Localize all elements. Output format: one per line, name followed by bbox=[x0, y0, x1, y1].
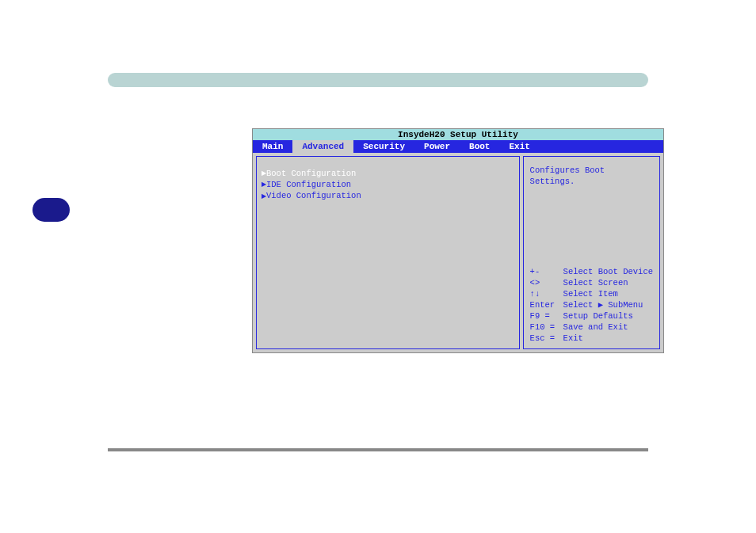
menu-label: Boot Configuration bbox=[266, 169, 356, 178]
key-key: ↑↓ bbox=[530, 288, 563, 299]
key-desc: Select Screen bbox=[563, 277, 628, 288]
tab-exit[interactable]: Exit bbox=[499, 140, 539, 153]
key-desc: Setup Defaults bbox=[563, 310, 633, 322]
bios-title: InsydeH20 Setup Utility bbox=[253, 129, 663, 140]
key-desc: Select Boot Device bbox=[563, 266, 653, 277]
help-line: Configures Boot bbox=[530, 165, 653, 176]
key-key: +- bbox=[530, 266, 563, 277]
key-desc: Save and Exit bbox=[563, 322, 628, 333]
menu-entry-ide-config[interactable]: ▶IDE Configuration bbox=[262, 179, 514, 190]
bios-right-panel: Configures Boot Settings. +-Select Boot … bbox=[523, 156, 660, 349]
tab-security[interactable]: Security bbox=[353, 140, 414, 153]
key-key: Esc = bbox=[530, 333, 563, 344]
tab-advanced[interactable]: Advanced bbox=[292, 140, 353, 153]
menu-label: Video Configuration bbox=[266, 191, 361, 200]
key-hint-row: EnterSelect ▶ SubMenu bbox=[530, 299, 653, 310]
key-hint-row: <>Select Screen bbox=[530, 277, 653, 288]
key-hint-row: Esc =Exit bbox=[530, 333, 653, 344]
key-desc: Exit bbox=[563, 333, 583, 344]
key-hint-row: F9 =Setup Defaults bbox=[530, 310, 653, 322]
key-key: <> bbox=[530, 277, 563, 288]
key-hint-row: +-Select Boot Device bbox=[530, 266, 653, 277]
tab-boot[interactable]: Boot bbox=[460, 140, 499, 153]
key-key: Enter bbox=[530, 299, 563, 310]
bios-body: ▶Boot Configuration ▶IDE Configuration ▶… bbox=[253, 153, 663, 352]
key-hint-row: ↑↓Select Item bbox=[530, 288, 653, 299]
blue-pill-decoration bbox=[32, 198, 70, 222]
bios-left-panel: ▶Boot Configuration ▶IDE Configuration ▶… bbox=[256, 156, 520, 349]
menu-label: IDE Configuration bbox=[266, 180, 351, 189]
help-text: Configures Boot Settings. bbox=[530, 165, 653, 187]
key-key: F9 = bbox=[530, 310, 563, 322]
menu-entry-video-config[interactable]: ▶Video Configuration bbox=[262, 190, 514, 201]
bios-setup-window: InsydeH20 Setup Utility Main Advanced Se… bbox=[252, 128, 664, 353]
tab-power[interactable]: Power bbox=[414, 140, 460, 153]
key-key: F10 = bbox=[530, 322, 563, 333]
help-line: Settings. bbox=[530, 176, 653, 187]
bios-tab-bar: Main Advanced Security Power Boot Exit bbox=[253, 140, 663, 153]
key-hint-row: F10 =Save and Exit bbox=[530, 322, 653, 333]
key-hints: +-Select Boot Device <>Select Screen ↑↓S… bbox=[530, 266, 653, 344]
top-rounded-bar bbox=[108, 73, 648, 87]
key-desc: Select ▶ SubMenu bbox=[563, 299, 643, 310]
key-desc: Select Item bbox=[563, 288, 618, 299]
tab-main[interactable]: Main bbox=[253, 140, 292, 153]
bottom-divider bbox=[108, 448, 648, 451]
menu-entry-boot-config[interactable]: ▶Boot Configuration bbox=[262, 168, 514, 179]
